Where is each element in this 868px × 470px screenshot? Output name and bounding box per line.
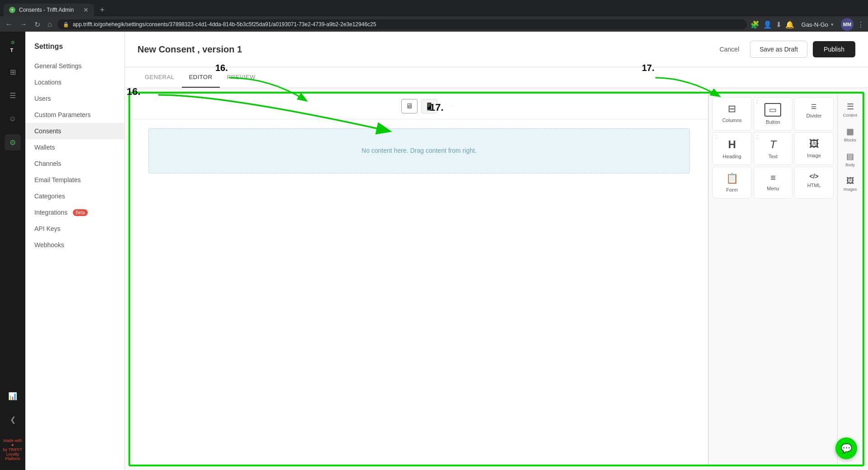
panel-blocks-btn[interactable]: ▦ Blocks xyxy=(840,124,860,145)
columns-label: Columns xyxy=(722,118,742,123)
right-panel-icons: ☰ Content ▦ Blocks ▤ Body 🖼 Images xyxy=(837,94,863,465)
components-panel: ⊟ Columns ⁚⁚ ▭ Button ☰ Divider xyxy=(709,94,863,465)
component-html[interactable]: </> HTML xyxy=(794,167,834,198)
chat-button[interactable]: 💬 xyxy=(835,437,857,459)
nav-item-integrations[interactable]: Integrations Beta xyxy=(25,204,124,221)
button-icon: ▭ xyxy=(764,103,781,117)
tab-close-btn[interactable]: ✕ xyxy=(83,6,89,14)
header-actions: Cancel Save as Draft Publish xyxy=(714,41,855,58)
new-tab-btn[interactable]: + xyxy=(96,4,109,16)
made-with-text: Made with ♥ by TRIFFT Loyalty Platform xyxy=(0,435,25,465)
desktop-view-btn[interactable]: 🖥 xyxy=(401,99,417,113)
heading-icon: H xyxy=(728,138,736,151)
images-panel-icon: 🖼 xyxy=(846,176,854,186)
address-bar[interactable]: 🔒 app.trifft.io/gohehegik/settings/conse… xyxy=(57,19,747,29)
sidebar-icon-emoji[interactable]: ☺ xyxy=(5,111,21,127)
divider-label: Divider xyxy=(806,113,822,118)
home-btn[interactable]: ⌂ xyxy=(46,19,54,29)
image-label: Image xyxy=(807,153,821,158)
sidebar-icon-settings[interactable]: ⚙ xyxy=(5,134,21,150)
menu-icon[interactable]: ⋮ xyxy=(857,20,864,29)
component-divider[interactable]: ☰ Divider xyxy=(794,97,834,131)
tab-title: Consents - Trifft Admin xyxy=(19,7,74,13)
tab-preview[interactable]: PREVIEW xyxy=(220,67,263,88)
tab-editor[interactable]: EDITOR xyxy=(182,67,220,88)
canvas-area: 🖥 📱 No content here. Drag content from r… xyxy=(130,94,708,465)
nav-item-webhooks[interactable]: Webhooks xyxy=(25,237,124,253)
nav-item-categories[interactable]: Categories xyxy=(25,188,124,204)
component-button[interactable]: ⁚⁚ ▭ Button xyxy=(754,97,793,131)
sidebar-icon-grid[interactable]: ⊞ xyxy=(5,64,21,80)
panel-content-btn[interactable]: ☰ Content xyxy=(840,99,860,120)
menu-label: Menu xyxy=(767,186,779,191)
drop-zone[interactable]: No content here. Drag content from right… xyxy=(148,128,690,174)
main-content: New Consent , version 1 Cancel Save as D… xyxy=(125,32,868,470)
empty-message: No content here. Drag content from right… xyxy=(361,147,476,154)
app-layout: ⊙ T ⊞ ☰ ☺ ⚙ 📊 ❮ Made with ♥ by TRIFFT Lo… xyxy=(0,32,868,470)
beta-badge: Beta xyxy=(73,209,88,216)
download-icon[interactable]: ⬇ xyxy=(776,20,782,29)
icon-sidebar: ⊙ T ⊞ ☰ ☺ ⚙ 📊 ❮ Made with ♥ by TRIFFT Lo… xyxy=(0,32,25,470)
blocks-panel-icon: ▦ xyxy=(846,127,854,136)
editor-area: 🖥 📱 No content here. Drag content from r… xyxy=(128,92,864,466)
browser-tabs: T Consents - Trifft Admin ✕ + xyxy=(0,0,868,16)
nav-item-locations[interactable]: Locations xyxy=(25,74,124,90)
drag-handle-icon: ⁚⁚ xyxy=(756,99,759,104)
nav-item-users[interactable]: Users xyxy=(25,90,124,107)
refresh-btn[interactable]: ↻ xyxy=(33,19,42,30)
body-panel-label: Body xyxy=(845,163,855,167)
panel-body-btn[interactable]: ▤ Body xyxy=(840,149,860,170)
lock-icon: 🔒 xyxy=(63,22,69,28)
nav-item-channels[interactable]: Channels xyxy=(25,155,124,172)
page-title: New Consent , version 1 xyxy=(138,44,242,55)
save-draft-button[interactable]: Save as Draft xyxy=(750,41,807,58)
columns-icon: ⊟ xyxy=(728,103,736,115)
nav-title: Settings xyxy=(25,39,124,58)
page-header: New Consent , version 1 Cancel Save as D… xyxy=(125,32,868,67)
sidebar-icon-document[interactable]: ☰ xyxy=(5,87,21,103)
avatar[interactable]: MM xyxy=(841,18,854,31)
sidebar-collapse-btn[interactable]: ❮ xyxy=(5,411,21,428)
nav-item-custom-parameters[interactable]: Custom Parameters xyxy=(25,107,124,123)
user-name: Gas-N-Go xyxy=(802,21,828,28)
text-label: Text xyxy=(768,154,778,159)
component-form[interactable]: 📋 Form xyxy=(712,167,752,198)
html-icon: </> xyxy=(810,173,819,180)
tab-favicon: T xyxy=(9,7,15,13)
form-label: Form xyxy=(726,187,738,193)
publish-button[interactable]: Publish xyxy=(813,41,855,57)
component-text[interactable]: ⁚⁚ T Text xyxy=(754,132,793,165)
component-menu[interactable]: ≡ Menu xyxy=(754,167,793,198)
heart-icon: ♥ xyxy=(11,443,14,447)
profile-icon[interactable]: 👤 xyxy=(763,20,772,29)
nav-item-general-settings[interactable]: General Settings xyxy=(25,58,124,74)
drag-handle-heading-icon: ⁚⁚ xyxy=(715,135,717,139)
canvas-toolbar: 🖥 📱 xyxy=(130,94,708,119)
component-image[interactable]: 🖼 Image xyxy=(794,132,834,165)
cancel-button[interactable]: Cancel xyxy=(714,42,745,56)
nav-item-email-templates[interactable]: Email Templates xyxy=(25,172,124,188)
nav-sidebar: Settings General Settings Locations User… xyxy=(25,32,125,470)
divider-icon: ☰ xyxy=(811,103,817,110)
body-panel-icon: ▤ xyxy=(846,151,854,161)
extensions-icon[interactable]: 🧩 xyxy=(750,20,759,29)
content-panel-icon: ☰ xyxy=(847,102,854,112)
sidebar-icon-chart[interactable]: 📊 xyxy=(5,388,21,404)
nav-item-wallets[interactable]: Wallets xyxy=(25,139,124,155)
browser-toolbar: ← → ↻ ⌂ 🔒 app.trifft.io/gohehegik/settin… xyxy=(0,16,868,33)
components-grid: ⊟ Columns ⁚⁚ ▭ Button ☰ Divider xyxy=(709,94,837,465)
notification-icon[interactable]: 🔔 xyxy=(785,20,794,29)
tab-general[interactable]: GENERAL xyxy=(138,67,182,88)
menu-icon: ≡ xyxy=(770,173,776,183)
user-menu[interactable]: Gas-N-Go ▾ xyxy=(802,21,834,28)
panel-images-btn[interactable]: 🖼 Images xyxy=(840,174,860,194)
component-columns[interactable]: ⊟ Columns xyxy=(712,97,752,131)
component-heading[interactable]: ⁚⁚ H Heading xyxy=(712,132,752,165)
back-btn[interactable]: ← xyxy=(4,19,14,29)
forward-btn[interactable]: → xyxy=(18,19,29,29)
active-tab[interactable]: T Consents - Trifft Admin ✕ xyxy=(4,4,94,16)
mobile-view-btn[interactable]: 📱 xyxy=(421,99,437,113)
nav-item-consents[interactable]: Consents xyxy=(25,123,124,139)
nav-item-api-keys[interactable]: API Keys xyxy=(25,221,124,237)
button-label: Button xyxy=(766,119,780,125)
